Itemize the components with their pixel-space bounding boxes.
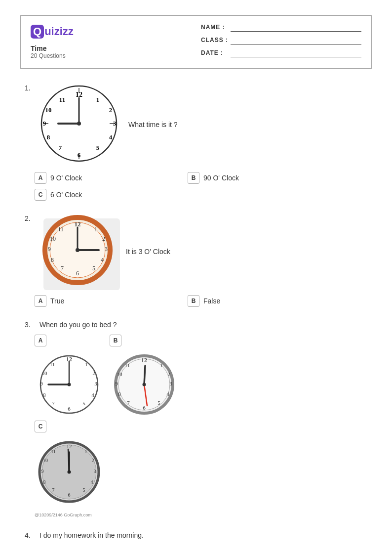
class-line: [231, 36, 361, 44]
svg-point-19: [77, 122, 81, 126]
name-label: NAME :: [201, 24, 231, 31]
q1-label-c: C: [35, 189, 46, 201]
q3-label-a: A: [35, 335, 46, 346]
svg-text:9: 9: [48, 246, 51, 253]
svg-text:5: 5: [82, 400, 85, 406]
q1-number: 1.: [25, 84, 35, 92]
q2-number: 2.: [25, 214, 35, 222]
q3-text: When do you go to bed ?: [39, 321, 117, 329]
svg-text:12: 12: [141, 357, 147, 364]
q2-text: It is 3 O' Clock: [126, 248, 170, 256]
header-right: NAME : CLASS : DATE :: [191, 23, 361, 61]
q4-text: I do my homework in the morning.: [39, 531, 144, 539]
svg-text:1: 1: [160, 362, 163, 368]
date-field-row: DATE :: [201, 48, 361, 57]
svg-text:8: 8: [43, 392, 46, 398]
svg-text:4: 4: [101, 256, 104, 263]
q1-label-a: A: [35, 172, 46, 184]
svg-point-86: [68, 470, 71, 474]
svg-text:6: 6: [76, 270, 79, 277]
name-field-row: NAME :: [201, 23, 361, 32]
q2-options: A True B False: [20, 295, 372, 307]
svg-text:2: 2: [109, 106, 113, 114]
question-2: 2. 12 1 2 3: [20, 214, 372, 307]
svg-text:7: 7: [127, 400, 130, 406]
q1-option-a: A 9 O' Clock: [35, 172, 183, 184]
svg-text:2: 2: [167, 371, 170, 377]
logo-text: uizizz: [44, 25, 74, 38]
svg-text:5: 5: [83, 487, 85, 493]
svg-text:5: 5: [96, 144, 100, 151]
logo-q-letter: Q: [31, 25, 44, 39]
svg-text:11: 11: [58, 226, 64, 233]
svg-text:2: 2: [92, 458, 94, 463]
q4-number: 4.: [25, 531, 35, 539]
q2-label-a: A: [35, 295, 46, 307]
q2-text-a: True: [50, 297, 64, 305]
header-box: Q uizizz Time 20 Questions NAME : CLASS …: [20, 15, 372, 69]
svg-text:8: 8: [43, 479, 46, 485]
svg-text:4: 4: [91, 392, 94, 398]
header-left: Q uizizz Time 20 Questions: [31, 23, 191, 61]
svg-text:2: 2: [92, 370, 95, 376]
svg-text:5: 5: [92, 265, 95, 272]
logo: Q uizizz: [31, 25, 191, 39]
svg-text:3: 3: [169, 381, 172, 386]
svg-text:1: 1: [85, 361, 88, 367]
name-line: [231, 23, 361, 32]
svg-text:2: 2: [102, 235, 105, 242]
question-3: 3. When do you go to bed ? A 12 1 2 3 4 …: [20, 321, 372, 517]
quiz-title: Time: [31, 44, 191, 52]
q1-options: A 9 O' Clock B 90 O' Clock C 6 O' Clock: [20, 172, 372, 201]
q1-text-a: 9 O' Clock: [50, 174, 82, 182]
svg-text:8: 8: [51, 256, 54, 263]
svg-text:9: 9: [41, 469, 44, 474]
q1-text: What time is it ?: [128, 121, 178, 128]
svg-text:4: 4: [91, 479, 93, 485]
q2-label-b: B: [188, 295, 199, 307]
svg-text:7: 7: [61, 265, 64, 272]
svg-text:6: 6: [78, 151, 81, 159]
class-label: CLASS :: [201, 37, 231, 43]
question-4: 4. I do my homework in the morning.: [20, 531, 372, 539]
date-line: [231, 48, 361, 57]
q1-option-b: B 90 O' Clock: [188, 172, 336, 184]
svg-text:3: 3: [94, 381, 97, 386]
svg-text:4: 4: [109, 133, 113, 141]
svg-text:10: 10: [43, 458, 48, 463]
svg-text:1: 1: [85, 449, 87, 454]
svg-text:12: 12: [67, 443, 72, 449]
svg-text:7: 7: [59, 144, 62, 151]
svg-line-67: [144, 366, 145, 384]
q1-text-c: 6 O' Clock: [50, 191, 82, 199]
q1-option-c: C 6 O' Clock: [35, 189, 183, 201]
svg-text:3: 3: [105, 246, 108, 253]
q3-option-b: B 12 1 2 3 4 5 6 7 8 9 10 11: [110, 335, 179, 417]
q1-clock: 12 1 2 3 4 5 6 7 8 9 10 11: [39, 84, 118, 165]
svg-text:11: 11: [50, 361, 55, 367]
question-1: 1. 12 1: [20, 84, 372, 201]
svg-point-36: [76, 248, 79, 252]
svg-text:6: 6: [68, 492, 71, 498]
q2-option-a: A True: [35, 295, 183, 307]
svg-text:4: 4: [166, 391, 169, 397]
q3-number: 3.: [25, 321, 35, 329]
svg-text:10: 10: [117, 371, 123, 377]
q2-text-b: False: [203, 297, 220, 305]
q1-text-b: 90 O' Clock: [203, 174, 239, 182]
q1-label-b: B: [188, 172, 199, 184]
svg-text:8: 8: [47, 133, 50, 141]
svg-text:6: 6: [68, 406, 71, 412]
q3-label-c: C: [35, 421, 46, 432]
q3-option-a: A 12 1 2 3 4 5 6 7 8 9 10 11: [35, 335, 104, 417]
svg-point-52: [68, 383, 71, 386]
svg-text:10: 10: [42, 370, 48, 376]
svg-text:10: 10: [50, 235, 56, 242]
svg-text:3: 3: [113, 120, 117, 127]
svg-text:1: 1: [96, 96, 100, 103]
quiz-subtitle: 20 Questions: [31, 52, 191, 59]
svg-text:9: 9: [115, 381, 118, 386]
svg-text:3: 3: [94, 469, 96, 474]
svg-text:8: 8: [118, 391, 121, 397]
svg-text:10: 10: [45, 106, 52, 114]
